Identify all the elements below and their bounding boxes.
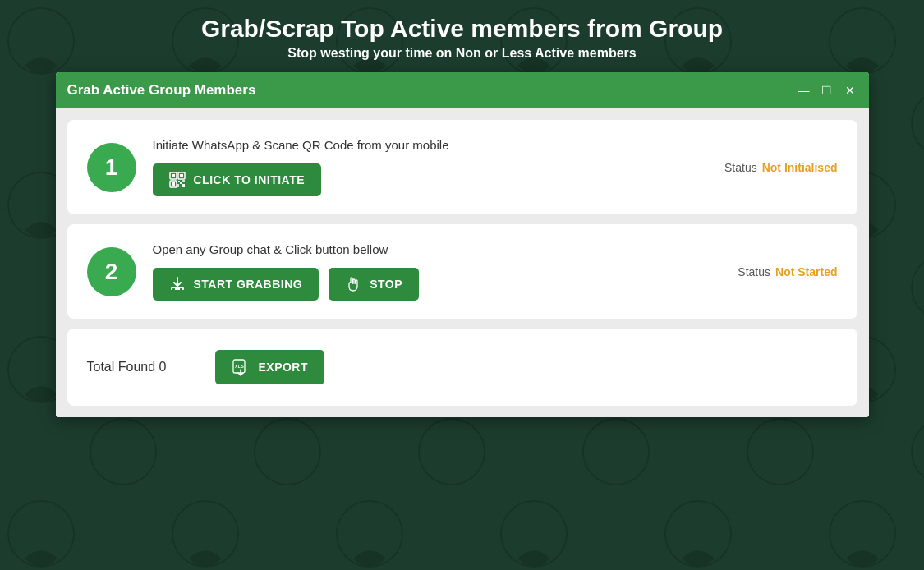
svg-rect-3: [180, 174, 183, 177]
maximize-button[interactable]: ☐: [820, 85, 834, 96]
titlebar: Grab Active Group Members — ☐ ✕: [56, 72, 869, 108]
total-found: Total Found 0: [87, 360, 167, 375]
step2-status: Status Not Started: [738, 265, 837, 278]
total-found-value: 0: [159, 360, 167, 374]
svg-text:XLS: XLS: [235, 364, 244, 369]
initiate-icon: [169, 172, 186, 188]
initiate-button[interactable]: CLICK TO INITIATE: [153, 163, 322, 196]
svg-rect-7: [172, 288, 175, 290]
window-body: 1 Initiate WhatsApp & Scane QR Code from…: [56, 108, 869, 417]
step2-content: Open any Group chat & Click button bello…: [153, 242, 838, 301]
page-title: Grab/Scrap Top Active members from Group: [201, 15, 723, 43]
app-window: Grab Active Group Members — ☐ ✕ 1 Initia…: [56, 72, 869, 417]
start-grabbing-label: START GRABBING: [194, 278, 303, 291]
step2-badge: 2: [87, 247, 136, 296]
stop-button-label: STOP: [370, 278, 402, 291]
step1-status-label: Status: [724, 161, 757, 174]
step1-instruction: Initiate WhatsApp & Scane QR Code from y…: [153, 138, 838, 152]
step1-status-value: Not Initialised: [762, 161, 838, 174]
step2-buttons: START GRABBING STOP: [153, 268, 838, 301]
page-subtitle: Stop westing your time on Non or Less Ac…: [287, 46, 636, 61]
step1-status: Status Not Initialised: [724, 161, 838, 174]
step2-status-label: Status: [738, 265, 770, 278]
export-icon: XLS: [232, 358, 250, 376]
svg-rect-8: [180, 288, 182, 290]
window-title: Grab Active Group Members: [67, 82, 256, 99]
step2-card: 2 Open any Group chat & Click button bel…: [67, 224, 857, 319]
minimize-button[interactable]: —: [797, 85, 811, 96]
step1-badge: 1: [87, 143, 136, 192]
svg-rect-5: [172, 182, 175, 186]
export-button[interactable]: XLS EXPORT: [215, 350, 324, 384]
step2-status-value: Not Started: [775, 265, 837, 278]
step1-card: 1 Initiate WhatsApp & Scane QR Code from…: [67, 120, 857, 214]
close-button[interactable]: ✕: [843, 85, 857, 96]
export-button-label: EXPORT: [258, 361, 308, 374]
export-card: Total Found 0 XLS EXPORT: [67, 329, 857, 406]
svg-rect-1: [172, 174, 175, 177]
stop-icon: [345, 276, 361, 292]
window-controls: — ☐ ✕: [797, 85, 857, 96]
step2-instruction: Open any Group chat & Click button bello…: [153, 242, 838, 256]
initiate-button-label: CLICK TO INITIATE: [194, 173, 306, 186]
stop-button[interactable]: STOP: [329, 268, 419, 301]
page-wrapper: Grab/Scrap Top Active members from Group…: [0, 0, 924, 417]
total-found-label: Total Found: [87, 360, 159, 374]
start-grabbing-button[interactable]: START GRABBING: [153, 268, 319, 301]
start-grabbing-icon: [169, 276, 186, 292]
